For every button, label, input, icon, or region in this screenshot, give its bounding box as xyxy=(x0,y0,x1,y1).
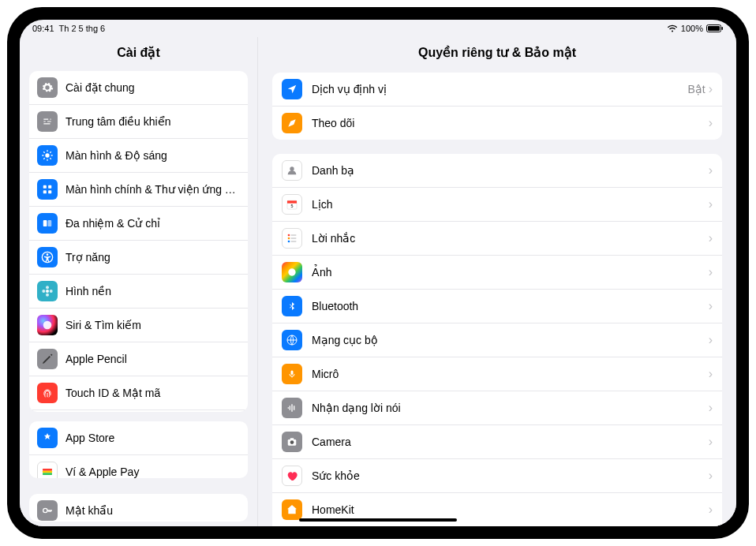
svg-rect-1 xyxy=(708,26,720,31)
detail-item-location[interactable]: Dịch vụ định vịBật› xyxy=(272,73,722,106)
detail-item-label: Micrô xyxy=(312,368,709,380)
contacts-icon xyxy=(282,160,302,181)
svg-point-24 xyxy=(43,508,47,512)
sidebar-item-label: Siri & Tìm kiếm xyxy=(65,319,240,331)
sidebar-item-multitask[interactable]: Đa nhiệm & Cử chỉ xyxy=(29,206,248,240)
chevron-right-icon: › xyxy=(709,231,713,245)
chevron-right-icon: › xyxy=(709,367,713,381)
accessibility-icon xyxy=(37,247,58,267)
fingerprint-icon xyxy=(37,383,58,403)
detail-item-label: Nhận dạng lời nói xyxy=(312,402,709,414)
svg-point-32 xyxy=(288,268,295,275)
detail-item-tracking[interactable]: Theo dõi› xyxy=(272,106,722,140)
settings-sidebar: Cài đặt Cài đặt chungTrung tâm điều khiể… xyxy=(20,37,258,526)
bluetooth-icon xyxy=(282,296,302,316)
speech-icon xyxy=(282,398,302,418)
tracking-icon xyxy=(282,113,302,133)
sidebar-item-label: Ví & Apple Pay xyxy=(65,466,240,477)
chevron-right-icon: › xyxy=(709,333,713,347)
svg-text:5: 5 xyxy=(291,204,294,208)
detail-item-calendar[interactable]: 5Lịch› xyxy=(272,187,722,221)
sidebar-item-accessibility[interactable]: Trợ năng xyxy=(29,240,248,274)
wifi-icon xyxy=(667,24,678,32)
detail-item-value: Bật xyxy=(687,83,705,95)
detail-item-photos[interactable]: Ảnh› xyxy=(272,255,722,289)
svg-rect-27 xyxy=(287,200,297,203)
detail-item-label: Bluetooth xyxy=(312,300,709,312)
photos-icon xyxy=(282,262,302,282)
main-group-1: Dịch vụ định vịBật›Theo dõi› xyxy=(272,73,722,140)
svg-point-31 xyxy=(288,241,290,243)
sidebar-item-key[interactable]: Mật khẩu xyxy=(29,494,248,522)
detail-item-label: Ảnh xyxy=(312,266,709,279)
sliders-icon xyxy=(37,111,58,132)
detail-item-microphone[interactable]: Micrô› xyxy=(272,357,722,391)
homekit-icon xyxy=(282,499,302,520)
svg-point-25 xyxy=(290,166,294,170)
detail-item-label: Mạng cục bộ xyxy=(312,334,709,346)
sidebar-item-flower[interactable]: Hình nền xyxy=(29,274,248,308)
sidebar-item-siri[interactable]: Siri & Tìm kiếm xyxy=(29,308,248,342)
home-indicator[interactable] xyxy=(299,518,457,522)
siri-icon xyxy=(37,315,58,335)
detail-item-network[interactable]: Mạng cục bộ› xyxy=(272,323,722,357)
chevron-right-icon: › xyxy=(709,401,713,415)
svg-rect-2 xyxy=(722,27,724,30)
sidebar-title: Cài đặt xyxy=(20,37,257,66)
sidebar-item-label: Màn hình chính & Thư viện ứng dụng xyxy=(65,183,240,196)
sidebar-group-1: Cài đặt chungTrung tâm điều khiểnMàn hìn… xyxy=(29,71,248,412)
sidebar-item-appstore[interactable]: App Store xyxy=(29,421,248,454)
svg-rect-37 xyxy=(290,438,294,439)
sidebar-item-label: Apple Pencil xyxy=(65,353,240,365)
sidebar-item-brightness[interactable]: Màn hình & Độ sáng xyxy=(29,138,248,172)
network-icon xyxy=(282,330,302,350)
svg-point-11 xyxy=(47,253,49,256)
detail-item-speech[interactable]: Nhận dạng lời nói› xyxy=(272,391,722,424)
pencil-icon xyxy=(37,349,58,369)
chevron-right-icon: › xyxy=(709,163,713,178)
svg-rect-5 xyxy=(48,185,51,189)
microphone-icon xyxy=(282,364,302,384)
svg-point-14 xyxy=(46,294,49,297)
grid-icon xyxy=(37,179,58,200)
svg-rect-8 xyxy=(43,220,47,226)
multitask-icon xyxy=(37,213,58,234)
detail-item-reminders[interactable]: Lời nhắc› xyxy=(272,221,722,255)
reminders-icon xyxy=(282,228,302,249)
detail-item-label: Sức khỏe xyxy=(312,469,709,482)
detail-item-label: HomeKit xyxy=(312,503,709,516)
chevron-right-icon: › xyxy=(709,265,713,279)
svg-rect-21 xyxy=(43,469,52,471)
sidebar-item-sliders[interactable]: Trung tâm điều khiển xyxy=(29,104,248,138)
detail-pane: Quyền riêng tư & Bảo mật Dịch vụ định vị… xyxy=(258,37,736,526)
detail-item-label: Dịch vụ định vị xyxy=(312,83,687,95)
detail-item-health[interactable]: Sức khỏe› xyxy=(272,458,722,492)
sidebar-group-3: Mật khẩu xyxy=(29,494,248,522)
svg-point-17 xyxy=(43,321,52,330)
sidebar-item-wallet[interactable]: Ví & Apple Pay xyxy=(29,454,248,477)
svg-point-12 xyxy=(46,290,49,293)
sidebar-item-battery[interactable]: Pin xyxy=(29,410,248,412)
chevron-right-icon: › xyxy=(709,503,713,517)
status-bar: 09:41 Th 2 5 thg 6 100% xyxy=(20,20,736,37)
status-time: 09:41 xyxy=(32,24,54,33)
detail-scroll[interactable]: Dịch vụ định vịBật›Theo dõi› Danh bạ›5Lị… xyxy=(258,66,736,526)
detail-item-label: Theo dõi xyxy=(312,117,709,129)
sidebar-item-pencil[interactable]: Apple Pencil xyxy=(29,342,248,376)
detail-title: Quyền riêng tư & Bảo mật xyxy=(258,37,736,66)
detail-item-label: Camera xyxy=(312,436,709,448)
detail-item-label: Lời nhắc xyxy=(312,232,709,245)
battery-icon xyxy=(706,24,724,32)
flower-icon xyxy=(37,281,58,301)
svg-point-36 xyxy=(290,440,294,444)
detail-item-contacts[interactable]: Danh bạ› xyxy=(272,154,722,187)
appstore-icon xyxy=(37,428,58,448)
sidebar-item-grid[interactable]: Màn hình chính & Thư viện ứng dụng xyxy=(29,172,248,206)
svg-point-13 xyxy=(46,286,49,289)
health-icon xyxy=(282,466,302,486)
detail-item-label: Danh bạ xyxy=(312,164,709,177)
detail-item-bluetooth[interactable]: Bluetooth› xyxy=(272,289,722,323)
detail-item-camera[interactable]: Camera› xyxy=(272,424,722,458)
sidebar-item-gear[interactable]: Cài đặt chung xyxy=(29,71,248,104)
sidebar-item-fingerprint[interactable]: Touch ID & Mật mã xyxy=(29,376,248,410)
